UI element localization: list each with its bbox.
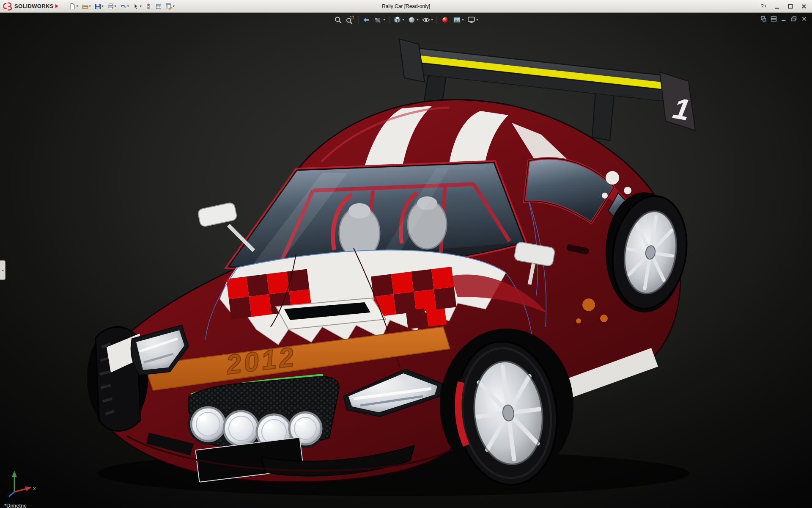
options-icon (165, 3, 172, 10)
undo-button[interactable]: ▾ (118, 1, 131, 12)
new-document-icon (69, 3, 76, 10)
display-style-button[interactable]: ▾ (406, 15, 420, 25)
x-axis-label: x (33, 485, 36, 491)
save-button[interactable]: ▾ (93, 1, 105, 12)
toolbar-separator (389, 16, 389, 24)
dropdown-caret: ▾ (477, 18, 478, 22)
mirror-left[interactable] (198, 202, 254, 251)
toolbar-separator (65, 2, 65, 11)
doc-minimize-button[interactable] (779, 15, 788, 23)
zoom-to-area-icon (346, 16, 354, 24)
section-view-icon (374, 16, 382, 24)
view-settings-button[interactable]: ▾ (466, 15, 480, 25)
file-properties-icon (155, 3, 162, 10)
select-button[interactable]: ▾ (131, 1, 143, 12)
select-cursor-icon (132, 3, 139, 10)
display-style-icon (407, 16, 416, 24)
edit-appearance-ball-icon (441, 16, 450, 24)
file-properties-button[interactable] (154, 1, 164, 12)
rally-car-model[interactable]: 1 (0, 13, 812, 508)
orientation-label: *Dimetric (4, 502, 27, 508)
new-document-button[interactable]: ▾ (67, 1, 80, 12)
hide-show-items-eye-icon (422, 16, 431, 24)
heads-up-view-toolbar: ▾ ▾ ▾ ▾ (332, 15, 479, 25)
dropdown-caret: ▾ (102, 5, 104, 8)
rebuild-button[interactable] (143, 1, 154, 12)
zoom-to-area-button[interactable] (344, 15, 355, 25)
doc-close-icon (801, 16, 807, 22)
doc-restore-button[interactable] (790, 15, 798, 23)
titlebar: SOLIDWORKS ▾ ▾ ▾ (0, 0, 812, 13)
help-button[interactable]: ? ▾ (757, 1, 770, 11)
brand-flyout-icon[interactable] (55, 4, 58, 8)
collapse-arrow-icon: ◄ (1, 269, 4, 272)
previous-view-icon (362, 16, 370, 24)
help-label: ? (760, 3, 763, 9)
minimize-icon (774, 3, 780, 10)
maximize-button[interactable] (784, 1, 797, 11)
minimize-button[interactable] (771, 1, 783, 11)
zoom-to-fit-button[interactable] (332, 15, 343, 25)
zoom-to-fit-icon (334, 16, 342, 24)
doc-close-button[interactable] (800, 15, 809, 23)
doc-minimize-icon (781, 16, 787, 22)
undo-icon (120, 3, 126, 10)
dropdown-caret: ▾ (462, 18, 464, 22)
featuremanager-collapse-tab[interactable]: ◄ (0, 260, 5, 280)
previous-view-button[interactable] (361, 15, 372, 25)
graphics-viewport[interactable]: ▾ ▾ ▾ ▾ (0, 13, 812, 508)
toolbar-separator (437, 16, 437, 24)
dropdown-caret: ▾ (402, 18, 404, 22)
close-button[interactable] (798, 1, 810, 11)
dropdown-caret: ▾ (89, 5, 91, 8)
options-button[interactable]: ▾ (164, 1, 176, 12)
edit-appearance-button[interactable] (440, 15, 451, 25)
open-folder-icon (82, 3, 88, 10)
save-icon (94, 3, 101, 10)
rebuild-icon (145, 3, 152, 10)
close-icon (801, 3, 807, 10)
doc-windows-button[interactable] (759, 15, 768, 23)
print-button[interactable]: ▾ (105, 1, 118, 12)
dropdown-caret: ▾ (140, 5, 142, 8)
view-orientation-button[interactable]: ▾ (392, 15, 405, 25)
open-button[interactable]: ▾ (80, 1, 93, 12)
dropdown-caret: ▾ (417, 18, 418, 22)
x-axis-arrow (25, 486, 31, 491)
dropdown-caret: ▾ (383, 18, 385, 22)
dropdown-caret: ▾ (77, 5, 78, 8)
dropdown-caret: ▾ (115, 5, 116, 8)
brand-text: SOLIDWORKS (14, 3, 54, 9)
hide-show-items-button[interactable]: ▾ (421, 15, 434, 25)
dropdown-caret: ▾ (127, 5, 129, 8)
window-title: Rally Car [Read-only] (382, 3, 430, 9)
apply-scene-button[interactable]: ▾ (452, 15, 465, 25)
toolbar-separator (358, 16, 358, 24)
z-axis-arrow (9, 492, 14, 497)
doc-windows-icon (760, 16, 767, 22)
document-window-controls (759, 15, 809, 23)
reference-triad: x (5, 466, 41, 501)
y-axis-arrow (12, 471, 17, 477)
doc-restore-icon (791, 16, 797, 22)
rear-wheel[interactable] (605, 190, 694, 314)
doc-tile-button[interactable] (769, 15, 778, 23)
solidworks-logo[interactable]: SOLIDWORKS (3, 2, 63, 11)
dropdown-caret: ▾ (173, 5, 175, 8)
dropdown-caret: ▾ (765, 5, 766, 8)
view-orientation-cube-icon (393, 16, 401, 24)
dropdown-caret: ▾ (431, 18, 433, 22)
doc-tile-icon (771, 16, 777, 22)
maximize-icon (787, 3, 794, 10)
solidworks-logo-icon (3, 2, 13, 11)
print-icon (107, 3, 114, 10)
section-view-button[interactable]: ▾ (373, 15, 386, 25)
view-settings-icon (467, 16, 476, 24)
apply-scene-icon (453, 16, 461, 24)
